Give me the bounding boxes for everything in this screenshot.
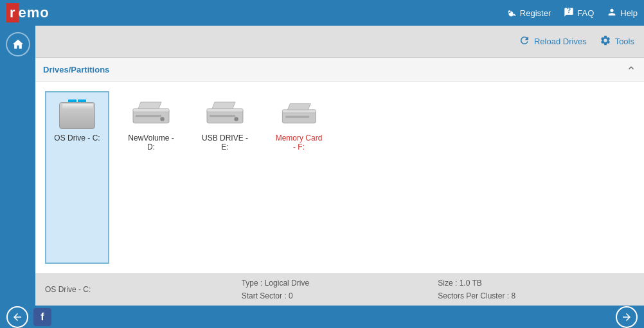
svg-marker-13 <box>287 103 310 110</box>
register-nav-item[interactable]: Register <box>506 7 551 19</box>
home-button[interactable] <box>6 32 30 56</box>
usb-drive-icon <box>204 98 246 130</box>
tools-label: Tools <box>615 37 634 46</box>
reload-drives-button[interactable]: Reload Drives <box>519 35 587 48</box>
drive-item-newvolume[interactable]: NewVolume - D: <box>119 91 183 264</box>
drive-item-memory[interactable]: Memory Card - F: <box>267 91 331 264</box>
help-label: Help <box>620 8 638 18</box>
usb-drive-label: USB DRIVE - E: <box>201 134 249 151</box>
logo-box: r <box>6 3 19 22</box>
reload-drives-label: Reload Drives <box>534 37 587 46</box>
svg-point-3 <box>160 117 164 121</box>
reload-icon <box>519 35 530 48</box>
memory-card-label: Memory Card - F: <box>274 134 323 151</box>
header: remo Register FAQ Help <box>0 0 644 26</box>
question-icon <box>564 7 574 19</box>
status-drive-name: OS Drive - C: <box>45 283 242 296</box>
drives-list: OS Drive - C: <box>35 82 644 273</box>
drive-item-os[interactable]: OS Drive - C: <box>45 91 109 264</box>
svg-rect-6 <box>207 108 243 112</box>
os-drive-icon <box>57 98 98 130</box>
tools-button[interactable]: Tools <box>600 35 634 48</box>
svg-rect-2 <box>136 115 161 117</box>
toolbar: Reload Drives Tools <box>35 26 644 58</box>
os-drive-label: OS Drive - C: <box>54 134 100 142</box>
facebook-icon[interactable]: f <box>33 308 51 326</box>
svg-rect-11 <box>282 110 316 113</box>
faq-nav-item[interactable]: FAQ <box>564 7 594 19</box>
svg-point-8 <box>234 117 238 121</box>
newvolume-drive-icon <box>130 98 172 130</box>
status-bar: OS Drive - C: Type : Logical Drive Start… <box>35 273 644 306</box>
drive-item-usb[interactable]: USB DRIVE - E: <box>193 91 257 264</box>
sidebar <box>0 26 35 306</box>
logo-text: emo <box>19 4 49 21</box>
gear-icon <box>600 35 611 48</box>
logo: remo <box>6 3 49 22</box>
status-size-info: Size : 1.0 TB Sectors Per Cluster : 8 <box>438 277 634 302</box>
main: Reload Drives Tools Drives/Partitions <box>0 26 644 306</box>
content: Reload Drives Tools Drives/Partitions <box>35 26 644 306</box>
svg-rect-12 <box>285 116 309 118</box>
svg-rect-1 <box>133 108 169 112</box>
status-type-info: Type : Logical Drive Start Sector : 0 <box>242 277 438 302</box>
register-label: Register <box>520 8 551 18</box>
next-button[interactable] <box>616 306 638 328</box>
chevron-up-icon <box>626 63 636 76</box>
drives-panel: Drives/Partitions <box>35 58 644 273</box>
drives-header: Drives/Partitions <box>35 58 644 82</box>
newvolume-label: NewVolume - D: <box>127 134 175 151</box>
svg-rect-7 <box>210 115 235 117</box>
person-icon <box>607 7 617 19</box>
svg-marker-9 <box>212 102 235 108</box>
bottom-bar: f <box>0 306 644 328</box>
drives-title: Drives/Partitions <box>43 65 109 74</box>
help-nav-item[interactable]: Help <box>607 7 638 19</box>
faq-label: FAQ <box>577 8 594 18</box>
back-button[interactable] <box>6 306 28 328</box>
memory-card-icon <box>278 98 319 130</box>
header-nav: Register FAQ Help <box>506 7 638 19</box>
svg-marker-4 <box>138 102 161 108</box>
key-icon <box>506 7 517 19</box>
